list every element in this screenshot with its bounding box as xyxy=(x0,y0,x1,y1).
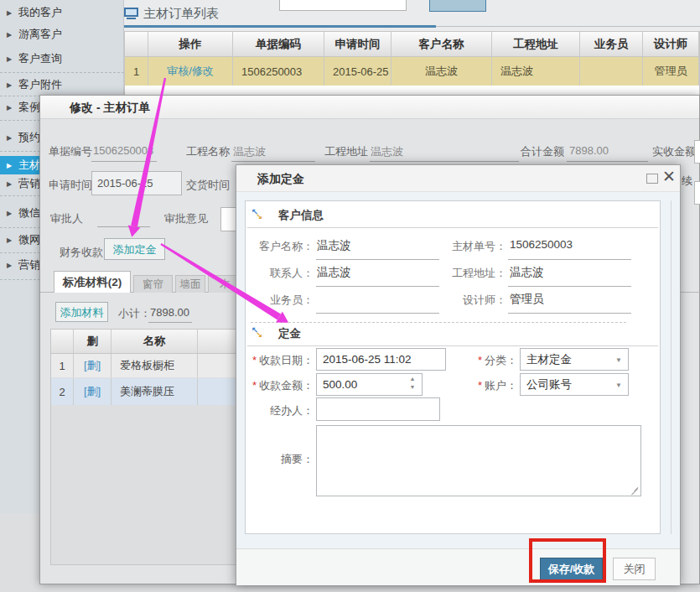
table-empty-area xyxy=(124,86,700,95)
underline xyxy=(508,259,631,260)
underline xyxy=(316,286,439,287)
address-value: 温志波 xyxy=(510,265,544,280)
receipt-date-input[interactable] xyxy=(316,348,446,371)
dashed-divider xyxy=(251,322,626,323)
row-salesman xyxy=(580,57,643,86)
title-underline xyxy=(124,25,436,28)
underline xyxy=(231,161,315,162)
chevron-right-icon: ▶ xyxy=(7,175,18,194)
category-label: *分类： xyxy=(438,353,517,368)
row-date: 2015-06-25 xyxy=(324,57,391,86)
row-customer: 温志波 xyxy=(391,57,492,86)
close-button[interactable]: 关闭 xyxy=(613,558,656,580)
underline xyxy=(567,161,648,162)
account-select[interactable]: 公司账号▼ xyxy=(520,373,629,396)
underline xyxy=(508,313,631,314)
close-icon[interactable]: ✕ xyxy=(662,167,676,186)
modal-title: 修改 - 主材订单 xyxy=(40,96,699,119)
table-row[interactable]: 1 审核/修改 1506250003 2015-06-25 温志波 温志波 管理… xyxy=(125,57,699,86)
spin-down-icon: ▼ xyxy=(410,384,416,390)
deposit-section-title: 定金 xyxy=(278,326,301,341)
section-collapse-icon[interactable]: ↖↘ xyxy=(251,327,265,340)
category-select[interactable]: 主材定金▼ xyxy=(520,348,629,371)
contact-label: 联系人： xyxy=(246,266,314,281)
delete-link[interactable]: [删] xyxy=(84,384,101,399)
amount-stepper[interactable]: ▲▼ xyxy=(407,375,417,392)
code-value: 1506250003 xyxy=(93,144,153,157)
project-label: 工程名称 xyxy=(186,144,230,159)
received-label: 实收金额 xyxy=(652,144,696,159)
address-label: 工程地址 xyxy=(324,144,368,159)
clipped-text-fragment: 续 xyxy=(682,174,692,189)
mat-row-index: 1 xyxy=(51,354,74,377)
required-marker: * xyxy=(252,379,257,392)
underline xyxy=(91,161,157,162)
right-edge-input[interactable] xyxy=(694,181,700,205)
tab-walls[interactable]: 墙面 xyxy=(175,275,205,293)
dialog-title: 添加定金 xyxy=(236,165,680,192)
mat-col-index xyxy=(51,330,74,353)
tab-standard-materials[interactable]: 标准材料(2) xyxy=(54,271,131,293)
dialog-panel: ↖↘ 客户信息 客户名称： 温志波 主材单号： 1506250003 联系人： … xyxy=(245,200,661,534)
code-label: 单据编号 xyxy=(49,144,92,159)
customer-name-value: 温志波 xyxy=(317,238,351,253)
underline xyxy=(148,322,192,323)
section-collapse-icon[interactable]: ↖↘ xyxy=(251,209,265,222)
handler-label: 经办人： xyxy=(246,403,314,418)
save-receive-button[interactable]: 保存/收款 xyxy=(540,558,603,580)
add-material-button[interactable]: 添加材料 xyxy=(55,302,108,322)
summary-textarea[interactable] xyxy=(316,425,641,496)
screen: 主材订单列表 操作 单据编码 申请时间 客户名称 工程地址 业务员 设计师 1 … xyxy=(0,0,700,592)
monitor-icon xyxy=(124,8,138,20)
received-input[interactable]: 7 xyxy=(694,140,700,164)
chevron-right-icon: ▶ xyxy=(7,205,18,223)
designer-value: 管理员 xyxy=(510,292,544,307)
mat-col-delete: 删 xyxy=(74,330,111,353)
apply-date-input[interactable]: 2015-06-25 xyxy=(91,171,182,195)
col-header-salesman: 业务员 xyxy=(580,32,643,56)
underline xyxy=(370,161,519,162)
mat-row-name: 美澜蒂膜压 xyxy=(111,378,198,405)
resize-handle-icon[interactable] xyxy=(630,486,639,494)
col-header-date: 申请时间 xyxy=(324,32,391,56)
section-rule xyxy=(247,227,658,228)
underline xyxy=(316,313,439,314)
chevron-right-icon: ▶ xyxy=(7,26,18,44)
chevron-right-icon: ▶ xyxy=(7,157,18,175)
dialog-footer: 保存/收款 关闭 xyxy=(236,548,680,585)
account-label: *账户： xyxy=(438,378,517,393)
contact-value: 温志波 xyxy=(317,265,351,280)
sidebar-item-my-customers[interactable]: ▶我的客户 xyxy=(0,3,124,22)
total-value: 7898.00 xyxy=(569,144,609,157)
sidebar-item-customer-search[interactable]: ▶客户查询 xyxy=(0,49,124,68)
amount-label: *收款金额： xyxy=(246,378,314,393)
chevron-right-icon: ▶ xyxy=(7,50,18,69)
tab-curtains[interactable]: 窗帘 xyxy=(133,275,173,293)
required-marker: * xyxy=(478,354,482,366)
amount-input[interactable] xyxy=(316,373,423,396)
address-value: 温志波 xyxy=(371,144,403,159)
chevron-down-icon: ▼ xyxy=(615,349,622,371)
sidebar-item-customer-attachments[interactable]: ▶客户附件 xyxy=(0,75,124,94)
maximize-icon[interactable] xyxy=(646,174,658,184)
sidebar-item-free-customers[interactable]: ▶游离客户 xyxy=(0,25,124,44)
add-deposit-button[interactable]: 添加定金 xyxy=(104,238,165,260)
title-rule xyxy=(436,26,700,27)
chevron-right-icon: ▶ xyxy=(7,76,18,95)
mat-col-name: 名称 xyxy=(111,330,198,353)
customer-section-title: 客户信息 xyxy=(278,208,324,223)
col-header-address: 工程地址 xyxy=(492,32,580,56)
address-label: 工程地址： xyxy=(438,266,506,281)
audit-edit-link[interactable]: 审核/修改 xyxy=(167,64,214,79)
scrollbar[interactable] xyxy=(671,200,671,534)
handler-input[interactable] xyxy=(316,397,440,421)
project-value: 温志波 xyxy=(233,144,266,159)
finance-label: 财务收款 xyxy=(60,245,103,260)
delete-link[interactable]: [删] xyxy=(84,358,101,373)
chevron-down-icon: ▼ xyxy=(615,374,622,397)
designer-label: 设计师： xyxy=(438,293,506,308)
date-label: *收款日期： xyxy=(246,353,314,368)
row-designer: 管理员 xyxy=(643,57,699,86)
underline xyxy=(316,259,439,260)
order-no-value: 1506250003 xyxy=(510,238,573,251)
